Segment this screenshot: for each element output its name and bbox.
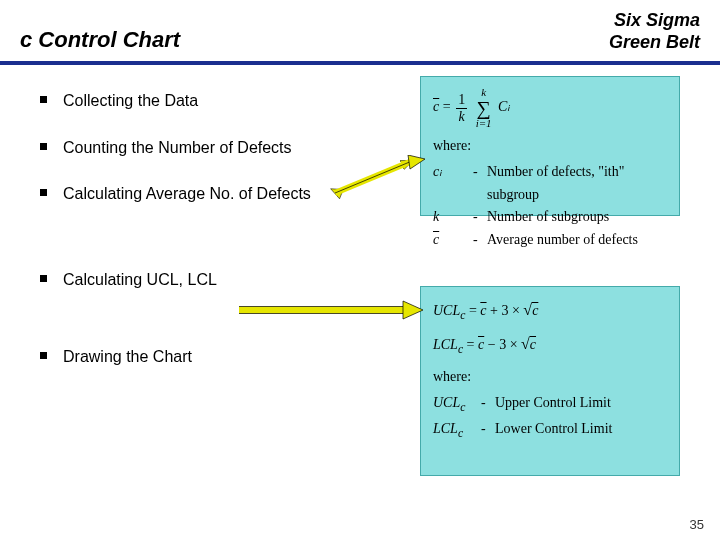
sub-c: c (460, 309, 465, 322)
eq-sign: = (469, 303, 480, 318)
sqrt-icon: √ (521, 335, 530, 352)
sym-lcl: LCL (433, 337, 458, 352)
slide-header: c Control Chart Six Sigma Green Belt (0, 0, 720, 65)
def-sym-lcl: LCLc (433, 418, 481, 443)
bullet-text-1: Collecting the Data (63, 90, 198, 112)
formula-box-average: c = 1 k k ∑ i=1 Cᵢ where: cᵢ - Number of… (420, 76, 680, 216)
op-minus: − 3 × (488, 337, 521, 352)
program-badge: Six Sigma Green Belt (609, 10, 700, 53)
sum-body: Cᵢ (498, 99, 510, 114)
sym-cbar-small: c (433, 232, 439, 247)
definition-row: k - Number of subgroups (433, 206, 667, 228)
bullet-icon (40, 143, 47, 150)
formula-lcl: LCLc = c − 3 × √c (433, 331, 667, 359)
dash-icon: - (473, 161, 487, 206)
definition-row: LCLc - Lower Control Limit (433, 418, 667, 443)
def-text: Upper Control Limit (495, 392, 667, 417)
def-text: Number of subgroups (487, 206, 667, 228)
fraction-1-over-k: 1 k (456, 92, 467, 124)
sigma-icon: ∑ (476, 98, 490, 118)
sym-cbar: c (480, 303, 486, 318)
sum-lower: i=1 (476, 118, 492, 129)
sqrt-icon: √ (523, 301, 532, 318)
def-text: Lower Control Limit (495, 418, 667, 443)
badge-line-1: Six Sigma (609, 10, 700, 32)
bullet-icon (40, 352, 47, 359)
def-text: Number of defects, "ith" subgroup (487, 161, 667, 206)
sub-c: c (460, 401, 465, 414)
sym-ucl: UCL (433, 303, 460, 318)
def-sym-k: k (433, 206, 473, 228)
sym-cbar-under-root: c (532, 302, 538, 318)
dash-icon: - (473, 206, 487, 228)
sym-cbar: c (433, 99, 439, 114)
definition-row: UCLc - Upper Control Limit (433, 392, 667, 417)
bullet-icon (40, 96, 47, 103)
frac-num: 1 (456, 92, 467, 108)
formula-ucl: UCLc = c + 3 × √c (433, 297, 667, 325)
dash-icon: - (473, 229, 487, 251)
where-label: where: (433, 135, 667, 157)
badge-line-2: Green Belt (609, 32, 700, 54)
formula-cbar-equation: c = 1 k k ∑ i=1 Cᵢ (433, 87, 667, 129)
summation-icon: k ∑ i=1 (476, 87, 492, 129)
bullet-text-2: Counting the Number of Defects (63, 137, 292, 159)
op-plus: + 3 × (490, 303, 523, 318)
bullet-icon (40, 189, 47, 196)
bullet-icon (40, 275, 47, 282)
def-sym-ci: cᵢ (433, 161, 473, 206)
sym-cbar-under-root: c (530, 336, 536, 352)
sym-cbar: c (478, 337, 484, 352)
eq-sign: = (467, 337, 478, 352)
bullet-text-5: Drawing the Chart (63, 346, 192, 368)
def-sym-ucl: UCLc (433, 392, 481, 417)
sym-ucl-def: UCL (433, 395, 460, 410)
sub-c: c (458, 343, 463, 356)
definition-row: c - Average number of defects (433, 229, 667, 251)
page-number: 35 (690, 517, 704, 532)
bullet-text-4: Calculating UCL, LCL (63, 269, 217, 291)
dash-icon: - (481, 392, 495, 417)
slide-title: c Control Chart (20, 27, 180, 53)
definition-row: cᵢ - Number of defects, "ith" subgroup (433, 161, 667, 206)
formula-box-limits: UCLc = c + 3 × √c LCLc = c − 3 × √c wher… (420, 286, 680, 476)
def-text: Average number of defects (487, 229, 667, 251)
dash-icon: - (481, 418, 495, 443)
bullet-text-3: Calculating Average No. of Defects (63, 183, 311, 205)
frac-den: k (457, 109, 467, 124)
where-label: where: (433, 366, 667, 388)
sub-c: c (458, 427, 463, 440)
eq-sign: = (443, 99, 451, 114)
def-sym-cbar: c (433, 229, 473, 251)
sym-lcl-def: LCL (433, 421, 458, 436)
